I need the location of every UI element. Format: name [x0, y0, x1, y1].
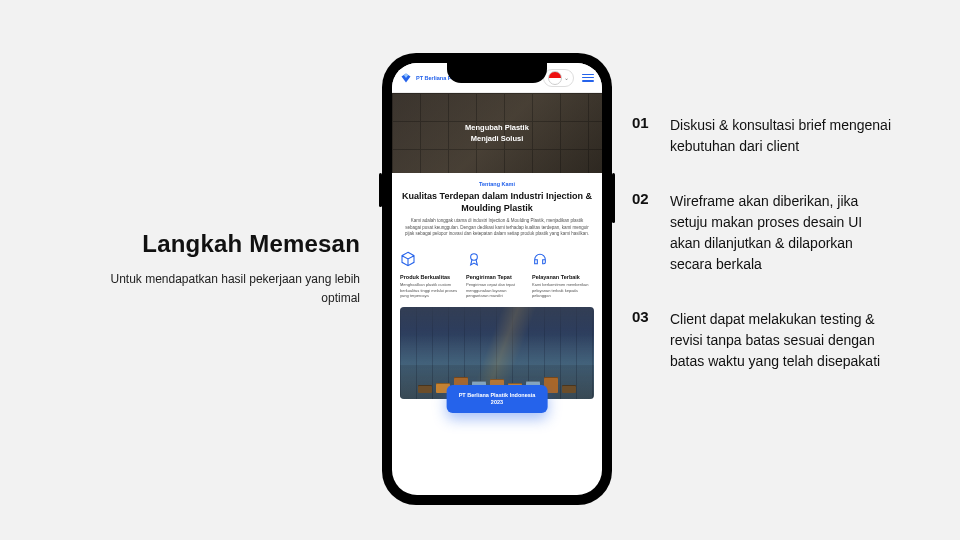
page-title: Langkah Memesan: [100, 230, 360, 258]
step-number: 01: [632, 115, 656, 157]
step-number: 03: [632, 309, 656, 372]
step-text: Diskusi & konsultasi brief mengenai kebu…: [670, 115, 892, 157]
cta-line-2: 2023: [459, 399, 536, 406]
about-eyebrow: Tentang Kami: [402, 181, 592, 187]
phone-mockup: PT Berliana Plastik Indonesia ⌄ Mengubah…: [382, 53, 612, 505]
about-body: Kami adalah tonggak utama di industri In…: [402, 218, 592, 237]
step-text: Client dapat melakukan testing & revisi …: [670, 309, 892, 372]
language-selector[interactable]: ⌄: [543, 69, 574, 87]
step-2: 02 Wireframe akan diberikan, jika setuju…: [632, 191, 892, 275]
page-subtitle: Untuk mendapatkan hasil pekerjaan yang l…: [100, 270, 360, 308]
step-1: 01 Diskusi & konsultasi brief mengenai k…: [632, 115, 892, 157]
steps-list: 01 Diskusi & konsultasi brief mengenai k…: [632, 115, 892, 372]
award-icon: [466, 251, 482, 267]
brand-logo-icon: [400, 72, 412, 84]
svg-point-0: [471, 254, 478, 261]
hero-headline: Mengubah Plastik Menjadi Solusi: [465, 122, 529, 145]
feature-title: Pengiriman Tepat: [466, 274, 528, 280]
phone-screen: PT Berliana Plastik Indonesia ⌄ Mengubah…: [392, 63, 602, 495]
left-panel: Langkah Memesan Untuk mendapatkan hasil …: [100, 230, 360, 308]
hero-section: Mengubah Plastik Menjadi Solusi: [392, 93, 602, 173]
cta-line-1: PT Berliana Plastik Indonesia: [459, 392, 536, 399]
slide: Langkah Memesan Untuk mendapatkan hasil …: [0, 0, 960, 540]
cta-button[interactable]: PT Berliana Plastik Indonesia 2023: [447, 385, 548, 413]
features-row: Produk Berkualitas Menghasilkan plastik …: [392, 245, 602, 301]
hamburger-menu-icon[interactable]: [582, 74, 594, 82]
feature-quality: Produk Berkualitas Menghasilkan plastik …: [400, 251, 462, 299]
feature-text: Menghasilkan plastik custom berkualitas …: [400, 282, 462, 299]
step-number: 02: [632, 191, 656, 275]
feature-title: Produk Berkualitas: [400, 274, 462, 280]
feature-text: Pengiriman cepat dan tepat menggunakan l…: [466, 282, 528, 299]
headset-icon: [532, 251, 548, 267]
feature-text: Kami berkomitmen memberikan pelayanan te…: [532, 282, 594, 299]
feature-delivery: Pengiriman Tepat Pengiriman cepat dan te…: [466, 251, 528, 299]
step-text: Wireframe akan diberikan, jika setuju ma…: [670, 191, 892, 275]
flag-id-icon: [548, 71, 562, 85]
hero-line-1: Mengubah Plastik: [465, 122, 529, 133]
step-3: 03 Client dapat melakukan testing & revi…: [632, 309, 892, 372]
feature-title: Pelayanan Terbaik: [532, 274, 594, 280]
chevron-down-icon: ⌄: [564, 74, 569, 81]
box-icon: [400, 251, 416, 267]
about-section: Tentang Kami Kualitas Terdepan dalam Ind…: [392, 173, 602, 245]
hero-line-2: Menjadi Solusi: [465, 133, 529, 144]
phone-notch: [447, 63, 547, 83]
about-heading: Kualitas Terdepan dalam Industri Injecti…: [402, 191, 592, 214]
feature-service: Pelayanan Terbaik Kami berkomitmen membe…: [532, 251, 594, 299]
